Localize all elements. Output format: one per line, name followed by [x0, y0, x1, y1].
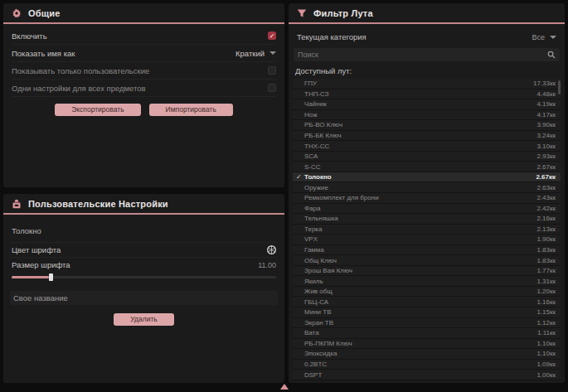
loot-item-name: ТНП-СЗ — [304, 90, 329, 98]
color-wheel-icon[interactable] — [267, 245, 276, 254]
gear-icon — [12, 8, 22, 18]
delete-button[interactable]: Удалить — [114, 313, 173, 326]
loot-item-name: ГПУ — [304, 80, 317, 87]
loot-row[interactable]: ТНП-СЗ 4.48кк — [293, 90, 561, 100]
same-settings-row: Одни настройки для всех предметов — [12, 80, 276, 97]
display-name-row: Показать имя как Краткий — [12, 45, 276, 62]
loot-item-name: РБ-БК Ключ — [304, 132, 342, 139]
enable-label: Включить — [12, 31, 47, 41]
loot-item-value: 1.83кк — [536, 257, 556, 264]
category-dropdown[interactable]: Все — [532, 33, 556, 41]
loot-row[interactable]: Тельняшка 2.16кк — [293, 214, 561, 225]
loot-row[interactable]: Оружие 2.63кк — [293, 182, 561, 193]
loot-item-name: Жив общ — [304, 288, 333, 295]
loot-item-value: 1.12кк — [536, 319, 556, 327]
loot-row[interactable]: РБ-ВО Ключ 3.90кк — [293, 120, 561, 131]
slider-handle[interactable] — [49, 273, 53, 281]
loot-item-name: VPX — [304, 235, 318, 243]
loot-row[interactable]: Фара 2.42кк — [293, 204, 561, 215]
loot-row[interactable]: Ремкомплект для брони 2.43кк — [293, 193, 561, 204]
font-color-row: Цвет шрифта — [10, 242, 278, 257]
search-box — [294, 48, 560, 61]
loot-row[interactable]: Терка 2.13кк — [293, 225, 561, 235]
loot-item-value: 2.67кк — [536, 173, 556, 181]
loot-item-value: 1.10кк — [536, 340, 556, 347]
loot-filter-panel: Фильтр Лута Текущая категория Все Доступ… — [289, 3, 565, 383]
loot-row[interactable]: РБ-БК Ключ 3.24кк — [293, 131, 561, 142]
same-settings-label: Одни настройки для всех предметов — [12, 84, 146, 93]
loot-item-value: 4.17кк — [536, 111, 556, 119]
same-settings-checkbox[interactable] — [268, 84, 276, 92]
loot-item-name: DSPT — [304, 371, 322, 379]
loot-row[interactable]: Мини ТВ 1.15кк — [293, 307, 561, 318]
loot-item-name: Фара — [304, 205, 320, 212]
general-panel-header: Общие — [3, 3, 284, 22]
enable-row: Включить ✓ — [12, 27, 276, 45]
font-color-label: Цвет шрифта — [12, 245, 61, 254]
loot-item-value: 1.10кк — [536, 350, 556, 357]
loot-row[interactable]: Якиль 1.31кк — [293, 276, 561, 287]
window-collapse-arrow-icon[interactable] — [280, 384, 289, 390]
loot-item-name: ТНХ-СС — [304, 143, 329, 150]
search-input[interactable] — [298, 51, 547, 59]
loot-row[interactable]: Жив общ 1.20кк — [293, 287, 561, 298]
category-value: Все — [532, 33, 545, 41]
loot-item-value: 1.90кк — [536, 235, 556, 243]
loot-item-name: ГБЦ-СА — [304, 298, 328, 306]
import-button[interactable]: Импортировать — [149, 104, 233, 116]
loot-row[interactable]: Чайник 4.19кк — [293, 99, 561, 110]
loot-row[interactable]: Нож 4.17кк — [293, 110, 561, 121]
loot-row[interactable]: ТНХ-СС 3.10кк — [293, 141, 561, 152]
loot-row[interactable]: Общ Ключ 1.83кк — [293, 255, 561, 266]
loot-row[interactable]: Зрош Вая Ключ 1.77кк — [293, 266, 561, 277]
only-custom-checkbox[interactable] — [268, 66, 276, 75]
font-size-value: 11.00 — [258, 261, 276, 269]
loot-row[interactable]: ✓ Толокно 2.67кк — [293, 172, 561, 183]
loot-item-name: Мини ТВ — [304, 308, 331, 316]
loot-row[interactable]: VPX 1.90кк — [293, 235, 561, 245]
loot-row[interactable]: ГБЦ-СА 1.16кк — [293, 297, 561, 307]
enable-checkbox[interactable]: ✓ — [268, 31, 276, 40]
chevron-down-icon — [269, 51, 276, 55]
slider-fill — [12, 276, 49, 278]
loot-item-value: 17.33кк — [533, 80, 556, 87]
loot-row[interactable]: DSPT 1.00кк — [293, 370, 561, 380]
loot-row[interactable]: Эпоксидка 1.10кк — [293, 349, 561, 360]
selected-item-name: Толокно — [10, 221, 278, 242]
loot-item-value: 4.19кк — [536, 100, 556, 108]
loot-item-name: Зрош Вая Ключ — [304, 267, 352, 274]
scrollbar-handle[interactable] — [558, 80, 561, 94]
loot-item-value: 1.00кк — [536, 371, 556, 379]
loot-item-name: Экран ТВ — [304, 319, 333, 327]
font-size-slider[interactable] — [12, 273, 276, 281]
backpack-icon — [12, 199, 22, 209]
loot-item-value: 3.10кк — [536, 143, 556, 150]
loot-item-name: Оружие — [304, 184, 328, 191]
loot-item-name: РБ-ПКПМ Ключ — [304, 340, 352, 347]
display-name-dropdown[interactable]: Краткий — [235, 49, 276, 58]
loot-row[interactable]: S-CC 2.67кк — [293, 162, 561, 172]
loot-row[interactable]: Экран ТВ 1.12кк — [293, 318, 561, 329]
loot-row[interactable]: 0.2BTC 1.09кк — [293, 360, 561, 370]
loot-row[interactable]: ГПУ 17.33кк — [293, 79, 561, 90]
loot-item-name: Вата — [304, 329, 319, 336]
loot-item-name: Ремкомплект для брони — [304, 194, 379, 201]
custom-panel-title: Пользовательские Настройки — [28, 199, 168, 209]
loot-item-name: S-CC — [304, 163, 321, 171]
loot-item-value: 1.31кк — [536, 278, 556, 285]
custom-name-input[interactable] — [10, 291, 278, 305]
loot-row[interactable]: Вата 1.11кк — [293, 328, 561, 339]
general-panel: Общие Включить ✓ Показать имя как Кратки… — [3, 3, 284, 187]
category-row: Текущая категория Все — [292, 29, 561, 45]
export-button[interactable]: Экспортировать — [55, 104, 140, 116]
loot-item-value: 2.42кк — [536, 205, 556, 212]
loot-item-value: 1.15кк — [536, 308, 556, 316]
loot-row[interactable]: SCA 2.93кк — [293, 152, 561, 162]
search-icon[interactable] — [547, 51, 556, 59]
category-label: Текущая категория — [297, 32, 367, 41]
loot-item-value: 3.24кк — [536, 132, 556, 139]
loot-row[interactable]: РБ-ПКПМ Ключ 1.10кк — [293, 339, 561, 350]
loot-item-value: 3.90кк — [536, 121, 556, 128]
loot-row[interactable]: Гамма 1.83кк — [293, 245, 561, 256]
custom-panel-header: Пользовательские Настройки — [3, 194, 284, 213]
